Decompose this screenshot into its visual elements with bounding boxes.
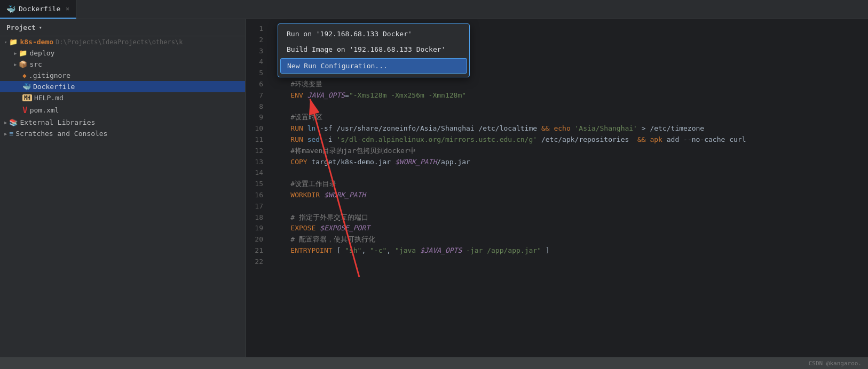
status-bar: CSDN @kangaroo. [0, 357, 868, 369]
chevron-right-icon: ▶ [4, 120, 7, 125]
chevron-down-icon: ▾ [39, 25, 42, 30]
tree-item-pom[interactable]: V pom.xml [0, 103, 245, 117]
code-line-14 [270, 167, 868, 179]
code-line-7: ENV JAVA_OPTS="-Xms128m -Xmx256m -Xmn128… [270, 90, 868, 101]
tab-close-button[interactable]: ✕ [66, 5, 69, 12]
gitignore-label: .gitignore [29, 71, 70, 79]
sidebar-header: Project ▾ [0, 19, 245, 36]
pom-icon: V [22, 105, 28, 115]
dockerfile-label: Dockerfile [33, 83, 75, 91]
tree-item-external-libs[interactable]: ▶ 📚 External Libraries [0, 117, 245, 128]
code-line-19: EXPOSE $EXPOSE_PORT [270, 223, 868, 234]
tab-bar: 🐳 Dockerfile ✕ [0, 0, 868, 19]
line-numbers: 12345 678910 1112131415 1617181920 2122 [246, 19, 270, 357]
code-line-13: COPY target/k8s-demo.jar $WORK_PATH/app.… [270, 157, 868, 168]
main-layout: Project ▾ ▾ 📁 k8s-demo D:\Projects\IdeaP… [0, 19, 868, 357]
dockerfile-icon: 🐳 [22, 83, 31, 91]
code-line-8 [270, 101, 868, 113]
code-line-17 [270, 201, 868, 212]
code-line-10: RUN ln -sf /usr/share/zoneinfo/Asia/Shan… [270, 123, 868, 134]
tree-item-dockerfile[interactable]: 🐳 Dockerfile [0, 81, 245, 92]
context-menu-item-build[interactable]: Build Image on '192.168.68.133 Docker' [278, 42, 469, 57]
deploy-label: deploy [29, 49, 54, 57]
code-line-12: #将maven目录的jar包拷贝到docker中 [270, 146, 868, 157]
sidebar: Project ▾ ▾ 📁 k8s-demo D:\Projects\IdeaP… [0, 19, 246, 357]
help-icon: MH [22, 94, 32, 101]
code-line-20: # 配置容器，使其可执行化 [270, 234, 868, 245]
docker-icon: 🐳 [6, 5, 15, 13]
scratches-label: Scratches and Consoles [15, 130, 107, 138]
tree-item-help[interactable]: MH HELP.md [0, 92, 245, 103]
code-line-18: # 指定于外界交互的端口 [270, 212, 868, 223]
tab-label: Dockerfile [19, 5, 60, 13]
code-line-9: #设置时区 [270, 112, 868, 123]
folder-deploy-icon: 📁 [19, 49, 27, 57]
external-libs-label: External Libraries [20, 118, 95, 126]
tree-item-gitignore[interactable]: ◆ .gitignore [0, 70, 245, 81]
code-line-15: #设置工作目录 [270, 179, 868, 190]
code-line-6: #环境变量 [270, 79, 868, 90]
src-label: src [29, 60, 42, 68]
chevron-right-icon: ▶ [14, 51, 17, 56]
code-line-21: ENTRYPOINT [ "sh", "-c", "java $JAVA_OPT… [270, 245, 868, 256]
chevron-right-icon: ▶ [14, 62, 17, 67]
tab-dockerfile[interactable]: 🐳 Dockerfile ✕ [0, 0, 76, 19]
src-icon: 📦 [19, 60, 27, 68]
libs-icon: 📚 [9, 118, 18, 126]
code-line-16: WORKDIR $WORK_PATH [270, 190, 868, 201]
folder-root-icon: 📁 [9, 38, 18, 46]
pom-label: pom.xml [30, 106, 59, 114]
tree-item-scratches[interactable]: ▶ ≡ Scratches and Consoles [0, 128, 245, 139]
tree-item-src[interactable]: ▶ 📦 src [0, 59, 245, 70]
tree-item-root[interactable]: ▾ 📁 k8s-demo D:\Projects\IdeaProjects\ot… [0, 36, 245, 47]
root-path: D:\Projects\IdeaProjects\others\k [56, 38, 183, 46]
help-label: HELP.md [34, 94, 64, 102]
context-menu-item-new-config[interactable]: New Run Configuration... [280, 58, 467, 74]
status-text: CSDN @kangaroo. [809, 360, 862, 367]
tree-item-deploy[interactable]: ▶ 📁 deploy [0, 47, 245, 59]
chevron-right-icon: ▶ [4, 131, 7, 137]
scratches-icon: ≡ [9, 130, 13, 138]
editor-area: 12345 678910 1112131415 1617181920 2122 … [246, 19, 868, 357]
code-line-11: RUN sed -i 's/dl-cdn.alpinelinux.org/mir… [270, 134, 868, 146]
context-menu: Run on '192.168.68.133 Docker' Build Ima… [278, 23, 470, 77]
root-project-name: k8s-demo [20, 38, 53, 46]
sidebar-title: Project [6, 23, 36, 31]
context-menu-item-run[interactable]: Run on '192.168.68.133 Docker' [278, 26, 469, 42]
code-line-22 [270, 256, 868, 268]
gitignore-icon: ◆ [22, 71, 27, 79]
chevron-right-icon: ▾ [4, 39, 7, 45]
